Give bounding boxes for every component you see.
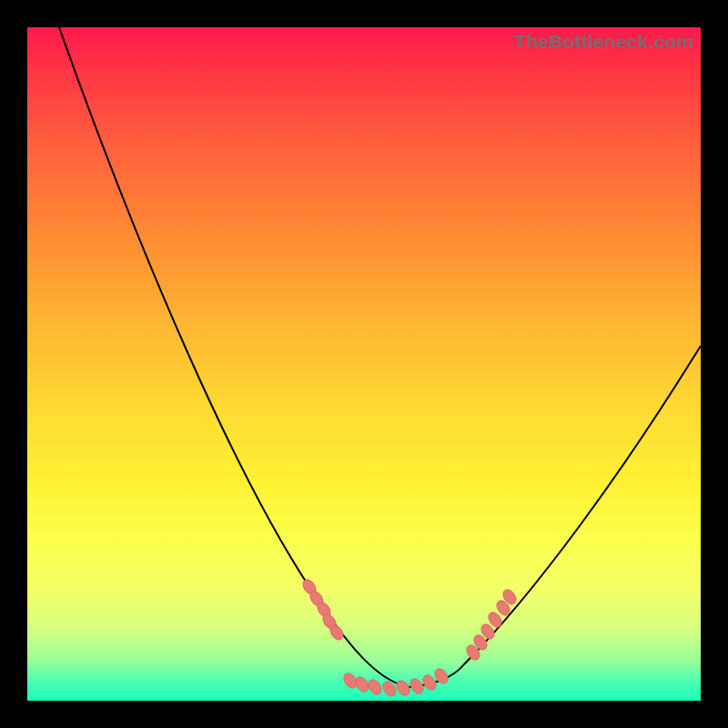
chart-svg: [27, 27, 701, 701]
chart-frame: TheBottleneck.com: [27, 27, 701, 701]
curve-right-path: [410, 346, 701, 687]
marker-dot: [366, 677, 384, 697]
curve-left-path: [59, 27, 410, 687]
marker-dot: [394, 678, 412, 698]
marker-group: [300, 577, 519, 699]
